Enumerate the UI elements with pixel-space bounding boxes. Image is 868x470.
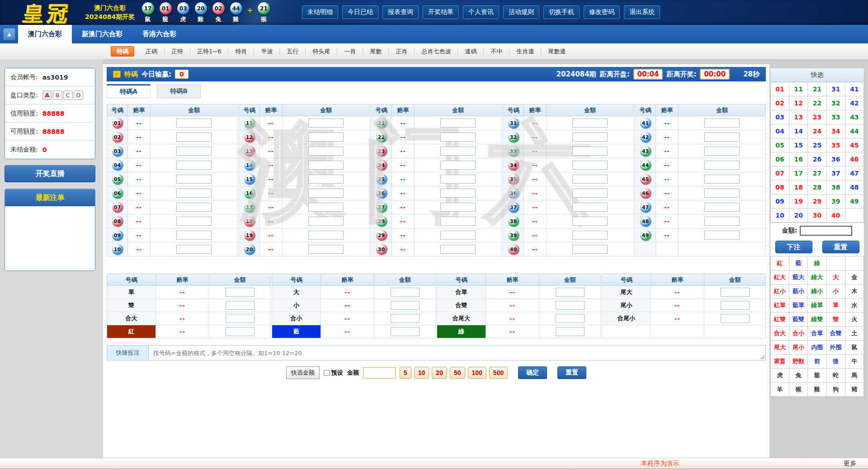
quickpick-number[interactable]: 11 bbox=[789, 82, 808, 96]
bet-amount-input[interactable] bbox=[308, 147, 344, 156]
bet-type-item[interactable]: 生肖連 bbox=[509, 48, 541, 55]
bet-amount-input[interactable] bbox=[440, 189, 476, 198]
bet-type-item[interactable]: 半波 bbox=[254, 48, 280, 55]
quickpick-number[interactable]: 49 bbox=[845, 195, 863, 209]
quickpick-number[interactable]: 03 bbox=[771, 110, 789, 124]
bet-amount-input[interactable] bbox=[440, 133, 476, 142]
quickpick-option[interactable]: 綠小 bbox=[808, 285, 826, 299]
bet-type-item[interactable]: 一肖 bbox=[337, 48, 363, 55]
bet-amount-input[interactable] bbox=[176, 175, 212, 184]
quickpick-option[interactable]: 水 bbox=[845, 299, 863, 313]
quickpick-number[interactable]: 29 bbox=[808, 195, 826, 209]
latest-bets-button[interactable]: 最新注单 bbox=[5, 189, 95, 206]
quickpick-amount-input[interactable] bbox=[800, 226, 852, 236]
quickpick-option[interactable]: 雞 bbox=[808, 383, 826, 397]
bet-amount-input[interactable] bbox=[556, 314, 585, 323]
quickpick-number[interactable]: 24 bbox=[808, 124, 826, 138]
quickpick-option[interactable]: 家畜 bbox=[771, 355, 789, 369]
bet-amount-input[interactable] bbox=[572, 147, 608, 156]
quickpick-option[interactable]: 紅單 bbox=[771, 299, 789, 313]
quickpick-option[interactable]: 兔 bbox=[789, 369, 808, 383]
handicap-option[interactable]: C bbox=[63, 90, 73, 100]
more-link[interactable]: 更多 bbox=[844, 460, 856, 468]
bet-amount-input[interactable] bbox=[176, 245, 212, 254]
bet-amount-input[interactable] bbox=[176, 147, 212, 156]
bet-amount-input[interactable] bbox=[176, 231, 212, 240]
bet-amount-input[interactable] bbox=[226, 327, 255, 336]
bet-amount-input[interactable] bbox=[721, 301, 750, 310]
game-tab[interactable]: 特碼B bbox=[157, 84, 201, 98]
quickpick-option[interactable]: 合小 bbox=[789, 327, 808, 341]
quickpick-option[interactable]: 大 bbox=[826, 271, 845, 285]
bet-type-item[interactable]: 正碼 bbox=[139, 48, 165, 55]
bet-type-item[interactable]: 正特 bbox=[165, 48, 190, 55]
quickpick-number[interactable]: 14 bbox=[789, 124, 808, 138]
quickpick-number[interactable]: 32 bbox=[826, 96, 845, 110]
bet-amount-input[interactable] bbox=[391, 314, 420, 323]
quickpick-number[interactable]: 38 bbox=[826, 180, 845, 195]
bet-amount-input[interactable] bbox=[226, 314, 255, 323]
bet-type-item[interactable]: 不中 bbox=[484, 48, 509, 55]
quickpick-option[interactable]: 外围 bbox=[826, 341, 845, 355]
resize-handle-icon[interactable] bbox=[760, 355, 764, 359]
topnav-button[interactable]: 切换手机 bbox=[543, 5, 580, 19]
quickpick-option[interactable]: 尾大 bbox=[771, 341, 789, 355]
quickpick-number[interactable]: 33 bbox=[826, 110, 845, 124]
bet-amount-input[interactable] bbox=[176, 189, 212, 198]
quickpick-option[interactable]: 内围 bbox=[808, 341, 826, 355]
bet-amount-input[interactable] bbox=[572, 175, 608, 184]
quickpick-number[interactable]: 17 bbox=[789, 166, 808, 180]
quickpick-number[interactable]: 21 bbox=[808, 82, 826, 96]
topnav-button[interactable]: 个人资讯 bbox=[463, 5, 499, 19]
bet-amount-input[interactable] bbox=[556, 327, 585, 336]
quickpick-number[interactable]: 30 bbox=[808, 209, 826, 223]
quickpick-number[interactable]: 27 bbox=[808, 166, 826, 180]
bet-amount-input[interactable] bbox=[572, 119, 608, 128]
bet-amount-input[interactable] bbox=[440, 203, 476, 212]
quickpick-option[interactable]: 猴 bbox=[789, 383, 808, 397]
reset-button[interactable]: 重置 bbox=[557, 366, 586, 379]
bet-amount-input[interactable] bbox=[308, 133, 344, 142]
bet-amount-input[interactable] bbox=[704, 203, 740, 212]
bet-amount-input[interactable] bbox=[440, 231, 476, 240]
bet-amount-input[interactable] bbox=[391, 301, 420, 310]
collapse-button[interactable]: ▲ bbox=[3, 28, 15, 40]
quickpick-option[interactable]: 小 bbox=[826, 285, 845, 299]
quickpick-number[interactable]: 45 bbox=[845, 138, 863, 152]
quickpick-option[interactable]: 紅 bbox=[771, 256, 789, 271]
bet-amount-input[interactable] bbox=[704, 217, 740, 226]
topnav-button[interactable]: 报表查询 bbox=[382, 5, 419, 19]
quickpick-option[interactable]: 馬 bbox=[845, 369, 863, 383]
lottery-tab[interactable]: 新澳门六合彩 bbox=[72, 25, 132, 43]
quickpick-number[interactable]: 06 bbox=[771, 152, 789, 166]
confirm-button[interactable]: 确定 bbox=[518, 366, 547, 379]
quickpick-option[interactable]: 綠單 bbox=[808, 299, 826, 313]
quickpick-option[interactable]: 綠 bbox=[808, 256, 826, 271]
quickpick-reset-button[interactable]: 重置 bbox=[822, 241, 859, 253]
quickpick-option[interactable]: 綠大 bbox=[808, 271, 826, 285]
bet-amount-input[interactable] bbox=[572, 161, 608, 170]
bet-type-item[interactable]: 五行 bbox=[280, 48, 306, 55]
quickpick-option[interactable]: 野獸 bbox=[789, 355, 808, 369]
quickpick-option[interactable]: 牛 bbox=[845, 355, 863, 369]
quickpick-number[interactable]: 15 bbox=[789, 138, 808, 152]
bet-amount-input[interactable] bbox=[572, 231, 608, 240]
bet-amount-input[interactable] bbox=[226, 288, 255, 297]
bet-amount-input[interactable] bbox=[391, 327, 420, 336]
bet-amount-input[interactable] bbox=[226, 301, 255, 310]
topnav-button[interactable]: 开奖结果 bbox=[423, 5, 459, 19]
quickpick-option[interactable]: 火 bbox=[845, 313, 863, 327]
bet-amount-input[interactable] bbox=[308, 189, 344, 198]
quickpick-number[interactable]: 08 bbox=[771, 180, 789, 195]
lottery-tab[interactable]: 澳门六合彩 bbox=[18, 25, 72, 43]
quickpick-number[interactable]: 16 bbox=[789, 152, 808, 166]
quickpick-option[interactable]: 藍 bbox=[789, 256, 808, 271]
quickpick-number[interactable]: 19 bbox=[789, 195, 808, 209]
amount-preset-button[interactable]: 5 bbox=[400, 367, 411, 379]
quickpick-option[interactable]: 藍小 bbox=[789, 285, 808, 299]
quickpick-option[interactable]: 鼠 bbox=[845, 341, 863, 355]
quickpick-option[interactable]: 羊 bbox=[771, 383, 789, 397]
bet-amount-input[interactable] bbox=[704, 189, 740, 198]
quickpick-number[interactable]: 10 bbox=[771, 209, 789, 223]
bet-amount-input[interactable] bbox=[176, 133, 212, 142]
